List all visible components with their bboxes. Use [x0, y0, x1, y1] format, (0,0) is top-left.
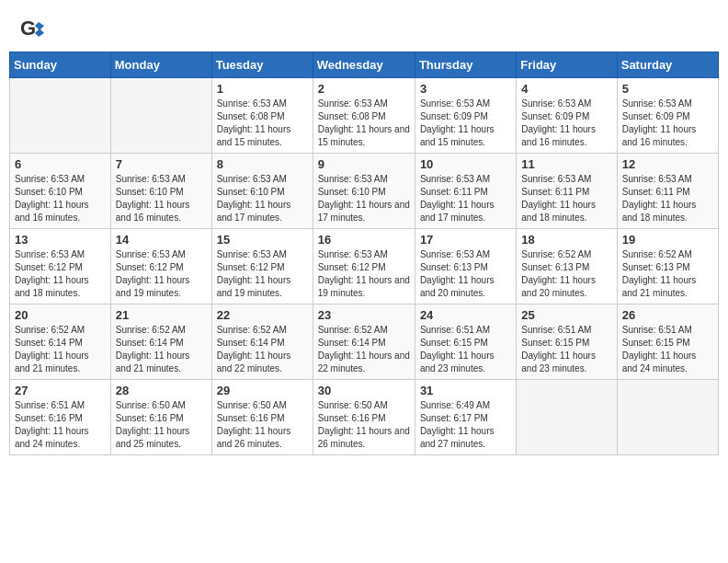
weekday-header-saturday: Saturday: [617, 52, 718, 78]
weekday-header-row: SundayMondayTuesdayWednesdayThursdayFrid…: [10, 52, 719, 78]
page-header: G: [9, 9, 719, 46]
calendar-cell: [517, 380, 617, 455]
day-number: 3: [420, 82, 511, 96]
cell-info: Sunrise: 6:53 AM Sunset: 6:09 PM Dayligh…: [622, 98, 713, 149]
logo: G: [18, 17, 48, 42]
day-number: 17: [420, 233, 511, 247]
calendar-cell: 16Sunrise: 6:53 AM Sunset: 6:12 PM Dayli…: [313, 229, 415, 304]
week-row-2: 6Sunrise: 6:53 AM Sunset: 6:10 PM Daylig…: [10, 154, 719, 229]
weekday-header-sunday: Sunday: [10, 52, 111, 78]
calendar-cell: 29Sunrise: 6:50 AM Sunset: 6:16 PM Dayli…: [211, 380, 313, 455]
cell-info: Sunrise: 6:52 AM Sunset: 6:13 PM Dayligh…: [521, 248, 611, 300]
calendar-cell: [10, 78, 111, 154]
calendar-cell: 3Sunrise: 6:53 AM Sunset: 6:09 PM Daylig…: [415, 78, 516, 154]
calendar-cell: 8Sunrise: 6:53 AM Sunset: 6:10 PM Daylig…: [211, 154, 313, 229]
calendar-cell: [617, 380, 718, 455]
cell-info: Sunrise: 6:51 AM Sunset: 6:15 PM Dayligh…: [622, 324, 713, 375]
cell-info: Sunrise: 6:52 AM Sunset: 6:14 PM Dayligh…: [116, 324, 207, 375]
day-number: 13: [15, 233, 106, 247]
calendar-cell: 25Sunrise: 6:51 AM Sunset: 6:15 PM Dayli…: [517, 304, 617, 380]
calendar-cell: 20Sunrise: 6:52 AM Sunset: 6:14 PM Dayli…: [10, 304, 111, 380]
day-number: 7: [116, 157, 207, 171]
cell-info: Sunrise: 6:53 AM Sunset: 6:10 PM Dayligh…: [318, 173, 410, 224]
day-number: 8: [217, 157, 308, 171]
weekday-header-thursday: Thursday: [415, 52, 516, 78]
day-number: 1: [217, 82, 308, 96]
logo-icon: G: [18, 17, 44, 42]
calendar-cell: 5Sunrise: 6:53 AM Sunset: 6:09 PM Daylig…: [617, 78, 718, 154]
cell-info: Sunrise: 6:52 AM Sunset: 6:14 PM Dayligh…: [217, 324, 308, 375]
cell-info: Sunrise: 6:53 AM Sunset: 6:12 PM Dayligh…: [217, 248, 308, 300]
calendar-cell: 21Sunrise: 6:52 AM Sunset: 6:14 PM Dayli…: [110, 304, 211, 380]
day-number: 12: [622, 157, 713, 171]
day-number: 24: [420, 308, 511, 322]
week-row-1: 1Sunrise: 6:53 AM Sunset: 6:08 PM Daylig…: [10, 78, 719, 154]
day-number: 2: [318, 82, 410, 96]
weekday-header-friday: Friday: [517, 52, 617, 78]
day-number: 14: [116, 233, 207, 247]
week-row-5: 27Sunrise: 6:51 AM Sunset: 6:16 PM Dayli…: [10, 380, 719, 455]
calendar-table: SundayMondayTuesdayWednesdayThursdayFrid…: [9, 52, 719, 455]
cell-info: Sunrise: 6:53 AM Sunset: 6:13 PM Dayligh…: [420, 248, 511, 300]
cell-info: Sunrise: 6:53 AM Sunset: 6:08 PM Dayligh…: [217, 98, 308, 149]
cell-info: Sunrise: 6:53 AM Sunset: 6:09 PM Dayligh…: [521, 98, 611, 149]
day-number: 27: [15, 384, 106, 397]
calendar-cell: 12Sunrise: 6:53 AM Sunset: 6:11 PM Dayli…: [617, 154, 718, 229]
day-number: 25: [521, 308, 611, 322]
cell-info: Sunrise: 6:53 AM Sunset: 6:10 PM Dayligh…: [15, 173, 106, 224]
calendar-cell: 9Sunrise: 6:53 AM Sunset: 6:10 PM Daylig…: [313, 154, 415, 229]
day-number: 4: [521, 82, 611, 96]
calendar-cell: 30Sunrise: 6:50 AM Sunset: 6:16 PM Dayli…: [313, 380, 415, 455]
calendar-cell: 7Sunrise: 6:53 AM Sunset: 6:10 PM Daylig…: [110, 154, 211, 229]
cell-info: Sunrise: 6:53 AM Sunset: 6:09 PM Dayligh…: [420, 98, 511, 149]
cell-info: Sunrise: 6:53 AM Sunset: 6:10 PM Dayligh…: [116, 173, 207, 224]
calendar-cell: 6Sunrise: 6:53 AM Sunset: 6:10 PM Daylig…: [10, 154, 111, 229]
cell-info: Sunrise: 6:53 AM Sunset: 6:12 PM Dayligh…: [15, 248, 106, 300]
weekday-header-monday: Monday: [110, 52, 211, 78]
week-row-4: 20Sunrise: 6:52 AM Sunset: 6:14 PM Dayli…: [10, 304, 719, 380]
calendar-cell: 26Sunrise: 6:51 AM Sunset: 6:15 PM Dayli…: [617, 304, 718, 380]
calendar-cell: [110, 78, 211, 154]
calendar-cell: 10Sunrise: 6:53 AM Sunset: 6:11 PM Dayli…: [415, 154, 516, 229]
day-number: 16: [318, 233, 410, 247]
day-number: 21: [116, 308, 207, 322]
day-number: 15: [217, 233, 308, 247]
cell-info: Sunrise: 6:50 AM Sunset: 6:16 PM Dayligh…: [116, 399, 207, 451]
calendar-cell: 2Sunrise: 6:53 AM Sunset: 6:08 PM Daylig…: [313, 78, 415, 154]
calendar-cell: 31Sunrise: 6:49 AM Sunset: 6:17 PM Dayli…: [415, 380, 516, 455]
day-number: 18: [521, 233, 611, 247]
calendar-cell: 14Sunrise: 6:53 AM Sunset: 6:12 PM Dayli…: [110, 229, 211, 304]
cell-info: Sunrise: 6:53 AM Sunset: 6:11 PM Dayligh…: [622, 173, 713, 224]
day-number: 9: [318, 157, 410, 171]
day-number: 30: [318, 384, 410, 397]
cell-info: Sunrise: 6:50 AM Sunset: 6:16 PM Dayligh…: [318, 399, 410, 451]
cell-info: Sunrise: 6:53 AM Sunset: 6:11 PM Dayligh…: [420, 173, 511, 224]
calendar-cell: 23Sunrise: 6:52 AM Sunset: 6:14 PM Dayli…: [313, 304, 415, 380]
calendar-cell: 17Sunrise: 6:53 AM Sunset: 6:13 PM Dayli…: [415, 229, 516, 304]
cell-info: Sunrise: 6:49 AM Sunset: 6:17 PM Dayligh…: [420, 399, 511, 451]
calendar-cell: 28Sunrise: 6:50 AM Sunset: 6:16 PM Dayli…: [110, 380, 211, 455]
svg-marker-1: [35, 22, 44, 37]
calendar-cell: 19Sunrise: 6:52 AM Sunset: 6:13 PM Dayli…: [617, 229, 718, 304]
svg-text:G: G: [20, 17, 36, 40]
cell-info: Sunrise: 6:50 AM Sunset: 6:16 PM Dayligh…: [217, 399, 308, 451]
day-number: 19: [622, 233, 713, 247]
cell-info: Sunrise: 6:53 AM Sunset: 6:11 PM Dayligh…: [521, 173, 611, 224]
calendar-cell: 15Sunrise: 6:53 AM Sunset: 6:12 PM Dayli…: [211, 229, 313, 304]
calendar-cell: 27Sunrise: 6:51 AM Sunset: 6:16 PM Dayli…: [10, 380, 111, 455]
day-number: 31: [420, 384, 511, 397]
day-number: 29: [217, 384, 308, 397]
calendar-cell: 24Sunrise: 6:51 AM Sunset: 6:15 PM Dayli…: [415, 304, 516, 380]
calendar-cell: 13Sunrise: 6:53 AM Sunset: 6:12 PM Dayli…: [10, 229, 111, 304]
calendar-cell: 22Sunrise: 6:52 AM Sunset: 6:14 PM Dayli…: [211, 304, 313, 380]
cell-info: Sunrise: 6:52 AM Sunset: 6:13 PM Dayligh…: [622, 248, 713, 300]
cell-info: Sunrise: 6:53 AM Sunset: 6:12 PM Dayligh…: [318, 248, 410, 300]
day-number: 23: [318, 308, 410, 322]
day-number: 10: [420, 157, 511, 171]
calendar-cell: 4Sunrise: 6:53 AM Sunset: 6:09 PM Daylig…: [517, 78, 617, 154]
cell-info: Sunrise: 6:51 AM Sunset: 6:15 PM Dayligh…: [521, 324, 611, 375]
cell-info: Sunrise: 6:53 AM Sunset: 6:10 PM Dayligh…: [217, 173, 308, 224]
calendar-cell: 11Sunrise: 6:53 AM Sunset: 6:11 PM Dayli…: [517, 154, 617, 229]
day-number: 20: [15, 308, 106, 322]
calendar-cell: 1Sunrise: 6:53 AM Sunset: 6:08 PM Daylig…: [211, 78, 313, 154]
